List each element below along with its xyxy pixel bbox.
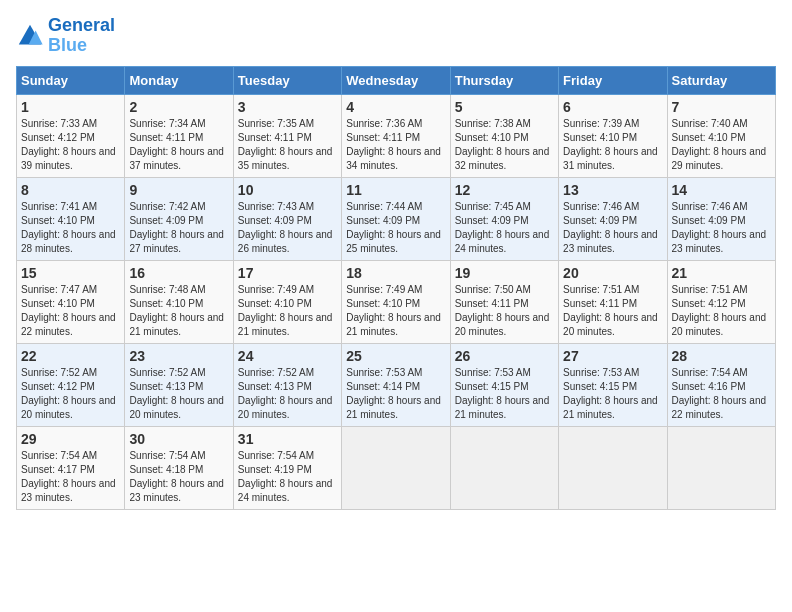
weekday-header-row: SundayMondayTuesdayWednesdayThursdayFrid… (17, 66, 776, 94)
calendar-cell: 6 Sunrise: 7:39 AM Sunset: 4:10 PM Dayli… (559, 94, 667, 177)
page-header: General Blue (16, 16, 776, 56)
calendar-cell: 25 Sunrise: 7:53 AM Sunset: 4:14 PM Dayl… (342, 343, 450, 426)
week-row-1: 1 Sunrise: 7:33 AM Sunset: 4:12 PM Dayli… (17, 94, 776, 177)
calendar-cell (667, 426, 775, 509)
calendar-cell: 30 Sunrise: 7:54 AM Sunset: 4:18 PM Dayl… (125, 426, 233, 509)
calendar-cell: 2 Sunrise: 7:34 AM Sunset: 4:11 PM Dayli… (125, 94, 233, 177)
day-number: 26 (455, 348, 554, 364)
day-number: 4 (346, 99, 445, 115)
day-number: 16 (129, 265, 228, 281)
day-number: 1 (21, 99, 120, 115)
week-row-2: 8 Sunrise: 7:41 AM Sunset: 4:10 PM Dayli… (17, 177, 776, 260)
calendar-cell: 22 Sunrise: 7:52 AM Sunset: 4:12 PM Dayl… (17, 343, 125, 426)
calendar-cell: 8 Sunrise: 7:41 AM Sunset: 4:10 PM Dayli… (17, 177, 125, 260)
week-row-4: 22 Sunrise: 7:52 AM Sunset: 4:12 PM Dayl… (17, 343, 776, 426)
day-number: 27 (563, 348, 662, 364)
day-number: 11 (346, 182, 445, 198)
day-number: 2 (129, 99, 228, 115)
calendar-cell: 27 Sunrise: 7:53 AM Sunset: 4:15 PM Dayl… (559, 343, 667, 426)
day-info: Sunrise: 7:38 AM Sunset: 4:10 PM Dayligh… (455, 117, 554, 173)
day-info: Sunrise: 7:46 AM Sunset: 4:09 PM Dayligh… (672, 200, 771, 256)
weekday-header-wednesday: Wednesday (342, 66, 450, 94)
calendar-cell: 29 Sunrise: 7:54 AM Sunset: 4:17 PM Dayl… (17, 426, 125, 509)
day-info: Sunrise: 7:34 AM Sunset: 4:11 PM Dayligh… (129, 117, 228, 173)
calendar-cell (342, 426, 450, 509)
weekday-header-saturday: Saturday (667, 66, 775, 94)
day-number: 22 (21, 348, 120, 364)
calendar-cell: 3 Sunrise: 7:35 AM Sunset: 4:11 PM Dayli… (233, 94, 341, 177)
day-number: 9 (129, 182, 228, 198)
day-info: Sunrise: 7:41 AM Sunset: 4:10 PM Dayligh… (21, 200, 120, 256)
calendar-cell: 4 Sunrise: 7:36 AM Sunset: 4:11 PM Dayli… (342, 94, 450, 177)
calendar-cell: 28 Sunrise: 7:54 AM Sunset: 4:16 PM Dayl… (667, 343, 775, 426)
day-number: 17 (238, 265, 337, 281)
day-number: 25 (346, 348, 445, 364)
day-info: Sunrise: 7:46 AM Sunset: 4:09 PM Dayligh… (563, 200, 662, 256)
day-number: 24 (238, 348, 337, 364)
day-info: Sunrise: 7:53 AM Sunset: 4:14 PM Dayligh… (346, 366, 445, 422)
day-info: Sunrise: 7:51 AM Sunset: 4:12 PM Dayligh… (672, 283, 771, 339)
day-number: 13 (563, 182, 662, 198)
day-number: 20 (563, 265, 662, 281)
day-info: Sunrise: 7:45 AM Sunset: 4:09 PM Dayligh… (455, 200, 554, 256)
calendar-cell: 23 Sunrise: 7:52 AM Sunset: 4:13 PM Dayl… (125, 343, 233, 426)
day-number: 28 (672, 348, 771, 364)
day-number: 19 (455, 265, 554, 281)
calendar-cell: 17 Sunrise: 7:49 AM Sunset: 4:10 PM Dayl… (233, 260, 341, 343)
day-info: Sunrise: 7:52 AM Sunset: 4:12 PM Dayligh… (21, 366, 120, 422)
day-info: Sunrise: 7:54 AM Sunset: 4:19 PM Dayligh… (238, 449, 337, 505)
day-number: 23 (129, 348, 228, 364)
weekday-header-thursday: Thursday (450, 66, 558, 94)
day-info: Sunrise: 7:47 AM Sunset: 4:10 PM Dayligh… (21, 283, 120, 339)
day-info: Sunrise: 7:50 AM Sunset: 4:11 PM Dayligh… (455, 283, 554, 339)
calendar-cell: 1 Sunrise: 7:33 AM Sunset: 4:12 PM Dayli… (17, 94, 125, 177)
calendar-cell: 19 Sunrise: 7:50 AM Sunset: 4:11 PM Dayl… (450, 260, 558, 343)
day-number: 6 (563, 99, 662, 115)
day-info: Sunrise: 7:52 AM Sunset: 4:13 PM Dayligh… (238, 366, 337, 422)
calendar-cell: 7 Sunrise: 7:40 AM Sunset: 4:10 PM Dayli… (667, 94, 775, 177)
day-info: Sunrise: 7:49 AM Sunset: 4:10 PM Dayligh… (238, 283, 337, 339)
logo: General Blue (16, 16, 115, 56)
calendar-cell: 11 Sunrise: 7:44 AM Sunset: 4:09 PM Dayl… (342, 177, 450, 260)
day-info: Sunrise: 7:51 AM Sunset: 4:11 PM Dayligh… (563, 283, 662, 339)
logo-icon (16, 22, 44, 50)
calendar-cell: 13 Sunrise: 7:46 AM Sunset: 4:09 PM Dayl… (559, 177, 667, 260)
day-number: 15 (21, 265, 120, 281)
weekday-header-tuesday: Tuesday (233, 66, 341, 94)
day-info: Sunrise: 7:40 AM Sunset: 4:10 PM Dayligh… (672, 117, 771, 173)
calendar-cell: 12 Sunrise: 7:45 AM Sunset: 4:09 PM Dayl… (450, 177, 558, 260)
calendar-cell: 16 Sunrise: 7:48 AM Sunset: 4:10 PM Dayl… (125, 260, 233, 343)
day-number: 8 (21, 182, 120, 198)
day-info: Sunrise: 7:53 AM Sunset: 4:15 PM Dayligh… (455, 366, 554, 422)
calendar-cell: 21 Sunrise: 7:51 AM Sunset: 4:12 PM Dayl… (667, 260, 775, 343)
day-number: 30 (129, 431, 228, 447)
day-info: Sunrise: 7:33 AM Sunset: 4:12 PM Dayligh… (21, 117, 120, 173)
day-number: 18 (346, 265, 445, 281)
calendar-cell: 24 Sunrise: 7:52 AM Sunset: 4:13 PM Dayl… (233, 343, 341, 426)
day-number: 10 (238, 182, 337, 198)
calendar-cell (559, 426, 667, 509)
calendar-cell: 15 Sunrise: 7:47 AM Sunset: 4:10 PM Dayl… (17, 260, 125, 343)
weekday-header-monday: Monday (125, 66, 233, 94)
logo-text: General Blue (48, 16, 115, 56)
day-number: 14 (672, 182, 771, 198)
day-info: Sunrise: 7:43 AM Sunset: 4:09 PM Dayligh… (238, 200, 337, 256)
calendar-cell: 10 Sunrise: 7:43 AM Sunset: 4:09 PM Dayl… (233, 177, 341, 260)
day-info: Sunrise: 7:35 AM Sunset: 4:11 PM Dayligh… (238, 117, 337, 173)
day-number: 29 (21, 431, 120, 447)
day-info: Sunrise: 7:54 AM Sunset: 4:17 PM Dayligh… (21, 449, 120, 505)
day-number: 7 (672, 99, 771, 115)
calendar-cell: 26 Sunrise: 7:53 AM Sunset: 4:15 PM Dayl… (450, 343, 558, 426)
day-info: Sunrise: 7:42 AM Sunset: 4:09 PM Dayligh… (129, 200, 228, 256)
week-row-3: 15 Sunrise: 7:47 AM Sunset: 4:10 PM Dayl… (17, 260, 776, 343)
day-info: Sunrise: 7:48 AM Sunset: 4:10 PM Dayligh… (129, 283, 228, 339)
day-info: Sunrise: 7:54 AM Sunset: 4:18 PM Dayligh… (129, 449, 228, 505)
weekday-header-friday: Friday (559, 66, 667, 94)
day-number: 5 (455, 99, 554, 115)
calendar-cell: 9 Sunrise: 7:42 AM Sunset: 4:09 PM Dayli… (125, 177, 233, 260)
weekday-header-sunday: Sunday (17, 66, 125, 94)
day-info: Sunrise: 7:54 AM Sunset: 4:16 PM Dayligh… (672, 366, 771, 422)
day-info: Sunrise: 7:36 AM Sunset: 4:11 PM Dayligh… (346, 117, 445, 173)
calendar-cell (450, 426, 558, 509)
calendar-cell: 14 Sunrise: 7:46 AM Sunset: 4:09 PM Dayl… (667, 177, 775, 260)
